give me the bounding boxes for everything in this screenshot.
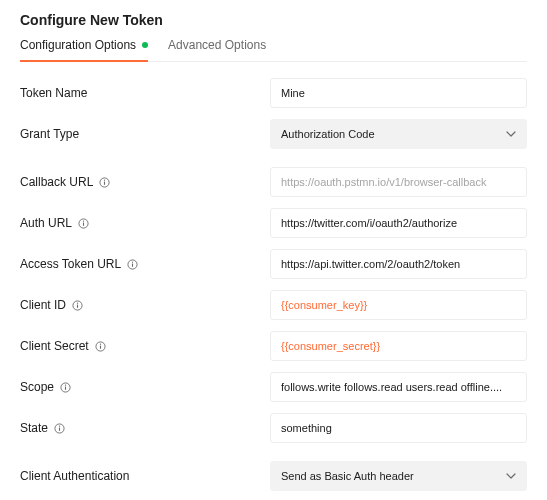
- tab-label: Advanced Options: [168, 38, 266, 52]
- label-access-token-url: Access Token URL: [20, 257, 270, 271]
- select-value: Authorization Code: [281, 128, 375, 140]
- scope-input[interactable]: [270, 372, 527, 402]
- label-client-secret: Client Secret: [20, 339, 270, 353]
- label-token-name: Token Name: [20, 86, 270, 100]
- info-icon[interactable]: [60, 382, 71, 393]
- label-callback-url: Callback URL: [20, 175, 270, 189]
- svg-point-11: [77, 302, 78, 303]
- svg-point-2: [104, 179, 105, 180]
- token-name-input[interactable]: [270, 78, 527, 108]
- label-grant-type: Grant Type: [20, 127, 270, 141]
- label-client-authentication: Client Authentication: [20, 469, 270, 483]
- svg-rect-10: [77, 304, 78, 307]
- svg-rect-16: [65, 386, 66, 389]
- status-dot-icon: [142, 42, 148, 48]
- client-authentication-select[interactable]: Send as Basic Auth header: [270, 461, 527, 491]
- client-secret-input[interactable]: [270, 331, 527, 361]
- chevron-down-icon: [506, 129, 516, 139]
- tab-label: Configuration Options: [20, 38, 136, 52]
- info-icon[interactable]: [95, 341, 106, 352]
- select-value: Send as Basic Auth header: [281, 470, 414, 482]
- tab-configuration-options[interactable]: Configuration Options: [20, 34, 148, 62]
- access-token-url-input[interactable]: [270, 249, 527, 279]
- auth-url-input[interactable]: [270, 208, 527, 238]
- tabs: Configuration Options Advanced Options: [20, 34, 527, 62]
- grant-type-select[interactable]: Authorization Code: [270, 119, 527, 149]
- svg-rect-1: [104, 181, 105, 184]
- client-id-input[interactable]: [270, 290, 527, 320]
- callback-url-input: [270, 167, 527, 197]
- info-icon[interactable]: [99, 177, 110, 188]
- svg-rect-19: [59, 427, 60, 430]
- svg-point-14: [100, 343, 101, 344]
- svg-rect-4: [83, 222, 84, 225]
- label-client-id: Client ID: [20, 298, 270, 312]
- label-auth-url: Auth URL: [20, 216, 270, 230]
- label-scope: Scope: [20, 380, 270, 394]
- info-icon[interactable]: [54, 423, 65, 434]
- page-title: Configure New Token: [20, 12, 527, 28]
- info-icon[interactable]: [78, 218, 89, 229]
- svg-point-17: [65, 384, 66, 385]
- svg-point-20: [59, 425, 60, 426]
- svg-rect-7: [132, 263, 133, 266]
- svg-point-5: [83, 220, 84, 221]
- svg-point-8: [132, 261, 133, 262]
- chevron-down-icon: [506, 471, 516, 481]
- info-icon[interactable]: [72, 300, 83, 311]
- tab-advanced-options[interactable]: Advanced Options: [168, 34, 266, 62]
- label-state: State: [20, 421, 270, 435]
- svg-rect-13: [100, 345, 101, 348]
- state-input[interactable]: [270, 413, 527, 443]
- info-icon[interactable]: [127, 259, 138, 270]
